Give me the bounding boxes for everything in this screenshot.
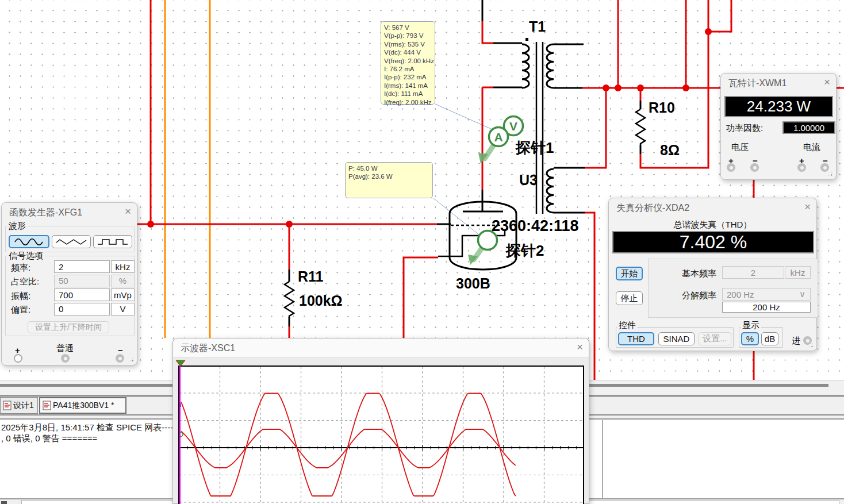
label-300b: 300B: [456, 275, 490, 291]
tab-design1[interactable]: 设计1: [0, 397, 38, 414]
amplitude-unit[interactable]: mVp: [111, 288, 135, 301]
stop-button[interactable]: 停止: [616, 291, 643, 305]
probe2-tooltip: P: 45.0 WP(avg): 23.6 W: [345, 162, 433, 198]
duty-input: 50: [54, 275, 110, 287]
sine-icon: [14, 238, 44, 246]
thd-title: 总谐波失真（THD）: [609, 220, 816, 230]
function-generator-title: 函数发生器-XFG1: [9, 207, 82, 219]
resistor-r10[interactable]: [636, 109, 645, 145]
thd-button[interactable]: THD: [618, 332, 654, 345]
resolution-selected[interactable]: 200 Hz: [722, 302, 811, 313]
oscilloscope-title: 示波器-XSC1: [181, 343, 235, 355]
analyzer-in-terminal[interactable]: [803, 336, 812, 345]
scope-cursor-handle[interactable]: [175, 360, 186, 367]
oscilloscope-titlebar[interactable]: 示波器-XSC1 ×: [173, 338, 589, 358]
amplitude-input[interactable]: 700: [54, 288, 110, 301]
label-r11-val: 100kΩ: [299, 293, 343, 309]
tube-300b[interactable]: [438, 202, 516, 270]
db-button[interactable]: dB: [761, 332, 778, 345]
probe1-a-letter: A: [494, 130, 502, 144]
oscilloscope-window[interactable]: 示波器-XSC1 ×: [172, 338, 589, 504]
resize-grip[interactable]: [128, 356, 135, 363]
wattmeter-iminus-terminal[interactable]: [820, 163, 829, 172]
wattmeter-vplus-terminal[interactable]: [727, 163, 735, 172]
waveform-square-button[interactable]: [93, 235, 132, 248]
tab-pa41-label: PA41推300BV1 *: [53, 401, 114, 411]
label-tube-annotation: 2360:42:118: [492, 217, 579, 234]
analyzer-in-label: 进: [792, 336, 800, 347]
wattmeter-iplus-terminal[interactable]: [797, 163, 806, 172]
wire-orange-group[interactable]: [165, 0, 210, 338]
tab-pa41[interactable]: PA41推300BV1 *: [39, 397, 126, 414]
tab-design1-label: 设计1: [13, 401, 34, 411]
function-generator-panel[interactable]: 函数发生器-XFG1 × 波形 信号选项 频率: 2 kHz 占空比: 50 %…: [1, 202, 137, 366]
waveform-sine-button[interactable]: [9, 235, 49, 248]
offset-input[interactable]: 0: [54, 303, 110, 316]
duty-unit: %: [111, 275, 135, 287]
probe2-leader-line: [433, 198, 483, 238]
freq-input[interactable]: 2: [54, 260, 110, 273]
resolution-label: 分解频率: [682, 290, 716, 301]
fg-common-label: 普通: [56, 343, 74, 354]
probe1-tooltip: V: 567 VV(p-p): 793 V V(rms): 535 VV(dc)…: [381, 21, 435, 105]
waveform-group-label: 波形: [7, 221, 28, 232]
resolution-dropdown[interactable]: 200 Hz ∨: [722, 288, 811, 301]
amplitude-label: 振幅:: [11, 291, 30, 302]
resize-grip[interactable]: [827, 171, 834, 177]
label-probe2: 探针2: [505, 242, 544, 259]
rise-fall-button: 设置上升/下降时间: [28, 321, 109, 333]
controls-group-label: 控件: [617, 320, 638, 331]
distortion-analyzer-panel[interactable]: 失真分析仪-XDA2 × 总谐波失真（THD） 7.402 % 开始 停止 基本…: [608, 198, 817, 351]
freq-label: 频率:: [11, 263, 30, 274]
multisim-canvas: V A T1 R10 8Ω U3 探针1 2360:42:118 探针2 300…: [0, 0, 844, 504]
document-icon: [43, 401, 51, 410]
label-probe1: 探针1: [515, 139, 554, 156]
duty-label: 占空比:: [11, 276, 39, 287]
resolution-value: 200 Hz: [727, 290, 754, 299]
label-t1: T1: [529, 18, 546, 34]
offset-unit[interactable]: V: [111, 303, 135, 316]
triangle-icon: [56, 238, 87, 246]
power-factor-label: 功率因数:: [726, 123, 763, 134]
display-group-label: 显示: [741, 320, 761, 331]
percent-button[interactable]: %: [741, 332, 759, 345]
settings-button: 设置...: [699, 332, 731, 345]
freq-unit[interactable]: kHz: [111, 260, 135, 273]
statusbar-glyph: [1, 501, 7, 504]
document-icon: [3, 401, 11, 410]
probe1-v-letter: V: [509, 120, 517, 133]
fundamental-label: 基本频率: [682, 268, 716, 279]
fundamental-value: 2: [722, 266, 784, 279]
fg-common-terminal[interactable]: [61, 354, 70, 363]
scope-cursor[interactable]: [179, 361, 181, 504]
current-label: 电流: [803, 142, 820, 153]
wattmeter-reading: 24.233 W: [724, 96, 833, 117]
oscilloscope-plot: [178, 366, 584, 504]
start-button[interactable]: 开始: [616, 267, 643, 280]
signal-options-label: 信号选项: [7, 251, 45, 261]
wattmeter-title: 瓦特计-XWM1: [728, 78, 787, 90]
waveform-triangle-button[interactable]: [52, 235, 91, 248]
label-r10-ref: R10: [649, 99, 675, 116]
close-icon[interactable]: ×: [577, 341, 583, 353]
sinad-button[interactable]: SINAD: [658, 332, 695, 345]
close-icon[interactable]: ×: [125, 206, 131, 217]
square-icon: [97, 237, 128, 247]
label-u3: U3: [519, 172, 538, 188]
chevron-down-icon: ∨: [799, 289, 805, 299]
fg-plus-terminal[interactable]: [14, 354, 22, 363]
close-icon[interactable]: ×: [804, 201, 811, 213]
probe1-leader-line: [435, 104, 493, 130]
fundamental-unit: kHz: [785, 266, 811, 279]
wattmeter-panel[interactable]: 瓦特计-XWM1 × 24.233 W 功率因数: 1.00000 电压 电流 …: [720, 73, 837, 180]
wattmeter-vminus-terminal[interactable]: [750, 163, 759, 172]
voltage-label: 电压: [731, 142, 749, 153]
thd-reading: 7.402 %: [612, 231, 814, 253]
label-r10-val: 8Ω: [660, 142, 680, 158]
resistor-r11[interactable]: [285, 282, 294, 317]
scope-trace-small: [181, 429, 516, 468]
fg-minus-terminal[interactable]: [116, 354, 124, 363]
power-factor-value: 1.00000: [782, 121, 835, 134]
close-icon[interactable]: ×: [824, 76, 830, 88]
distortion-analyzer-title: 失真分析仪-XDA2: [616, 202, 689, 214]
